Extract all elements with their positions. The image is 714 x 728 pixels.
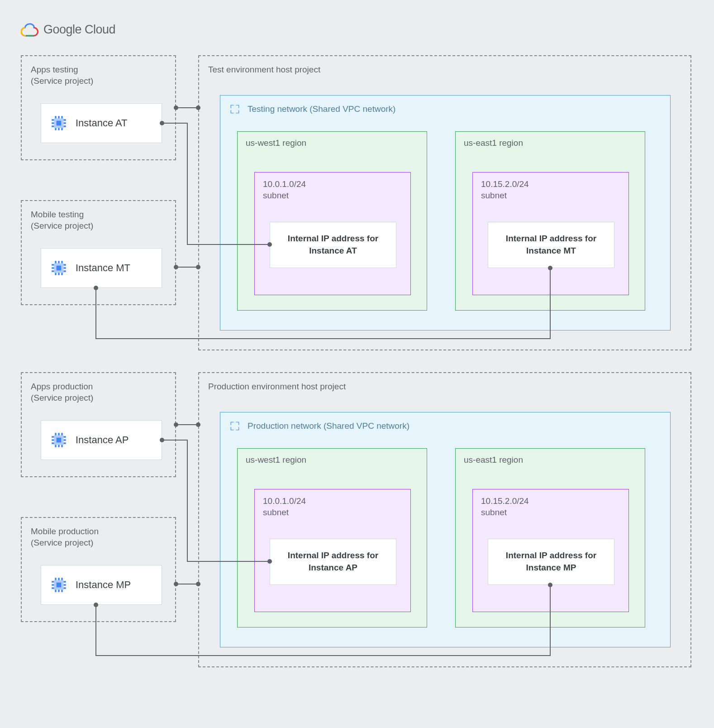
connector-mt-host [174,265,200,269]
connector-ap-ip [160,438,272,564]
svg-point-65 [548,266,552,270]
svg-point-75 [548,583,552,587]
svg-point-60 [267,242,272,247]
connector-at-host [174,105,200,110]
connector-ap-host [174,422,200,427]
connector-mt-ip [94,266,552,339]
connector-at-ip [160,121,272,247]
svg-point-70 [267,559,272,564]
connector-mp-ip [94,583,552,656]
connectors-layer [0,0,714,728]
connector-mp-host [174,582,200,586]
